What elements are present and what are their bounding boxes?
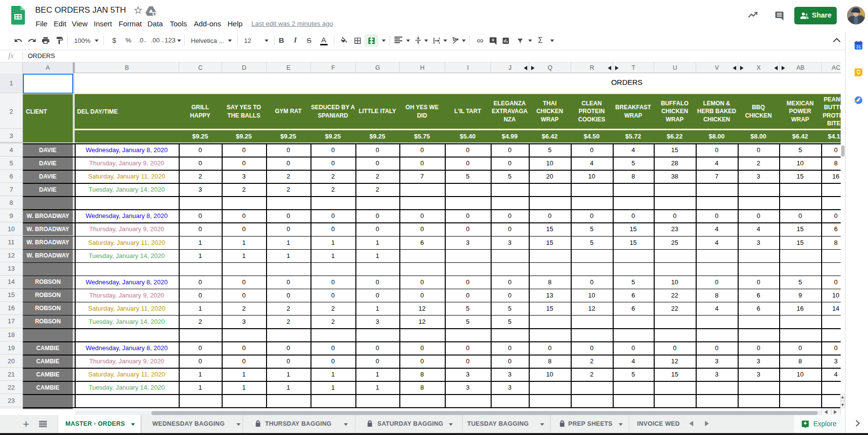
- svg-text:31: 31: [856, 44, 861, 49]
